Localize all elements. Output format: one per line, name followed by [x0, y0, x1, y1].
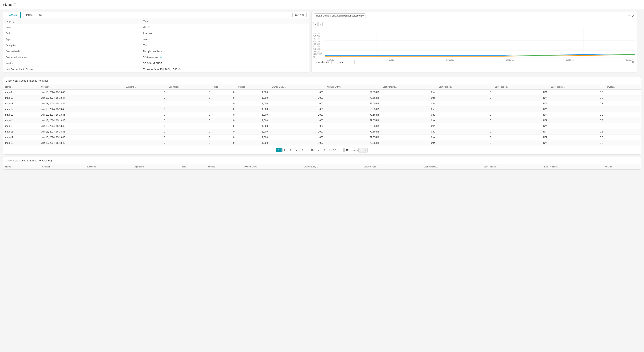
- table-cell: 0: [167, 123, 212, 129]
- zoom-in-button[interactable]: +: [313, 22, 318, 26]
- table-cell: map-14: [3, 118, 39, 123]
- column-header[interactable]: Owned Entry...: [325, 84, 381, 89]
- table-cell: 1,000: [236, 89, 270, 95]
- expand-chart-button[interactable]: ⤢: [632, 14, 634, 18]
- column-header[interactable]: Last Persiste...: [422, 164, 482, 169]
- table-cell: 0 B: [549, 135, 605, 140]
- maps-stats-title: Client Near Cache Statistics (for Maps): [3, 77, 641, 84]
- table-cell: 1,000: [270, 129, 325, 135]
- y-label: 8.38 GB: [312, 33, 322, 35]
- table-cell: N/A: [493, 106, 549, 112]
- table-cell: map-18: [3, 140, 39, 146]
- y-axis-labels: 8.38 GB7.45 GB6.52 GB5.59 GB4.66 GB3.73 …: [312, 33, 322, 58]
- table-cell: N/A: [493, 140, 549, 146]
- chart-svg: [325, 27, 635, 58]
- x-label: 15:13:16: [506, 59, 514, 61]
- tab-os[interactable]: OS: [36, 12, 46, 18]
- chart-dropdown[interactable]: Heap Memory Utilization (Manual Selectio…: [314, 13, 366, 18]
- column-header[interactable]: Name ↕: [3, 84, 39, 89]
- y-label: 1.86 GB: [312, 51, 322, 53]
- column-header[interactable]: Expirations: [132, 164, 180, 169]
- go-button[interactable]: Go: [344, 148, 351, 152]
- eye-icon[interactable]: 👁: [160, 56, 162, 59]
- add-chart-button[interactable]: +: [628, 14, 630, 18]
- table-cell: map-15: [3, 123, 39, 129]
- table-cell: 0: [212, 112, 236, 118]
- table-cell: 0: [167, 95, 212, 101]
- column-header[interactable]: Last Persiste...: [493, 84, 549, 89]
- table-cell: 0 B: [549, 140, 605, 146]
- page-button[interactable]: 2: [282, 148, 288, 152]
- table-cell: 0: [212, 135, 236, 140]
- page-button[interactable]: 4: [294, 148, 300, 152]
- column-header[interactable]: Last Persiste...: [362, 164, 422, 169]
- main-content: General Runtime OS COPY ⧉ Property Value…: [0, 9, 644, 75]
- page-title: clientB: [3, 3, 12, 6]
- column-header[interactable]: Last Persiste...: [482, 164, 542, 169]
- table-cell: [605, 95, 641, 101]
- column-header[interactable]: Name ↕: [3, 164, 40, 169]
- column-header[interactable]: Evictions ↕: [124, 84, 167, 89]
- copy-button[interactable]: COPY ⧉: [292, 13, 307, 17]
- table-row: map-17Jun 13, 2024, 15:13:450001,0001,00…: [3, 135, 641, 140]
- chart-panel: Heap Memory Utilization (Manual Selectio…: [312, 12, 637, 72]
- column-header[interactable]: Last Persiste...: [437, 84, 493, 89]
- column-header[interactable]: Creation ↑: [39, 84, 124, 89]
- tabs-row: General Runtime OS COPY ⧉: [3, 12, 309, 18]
- column-header[interactable]: Evictions ↕: [85, 164, 132, 169]
- last-page-button[interactable]: 10: [309, 148, 316, 152]
- go-page-input[interactable]: [336, 148, 344, 152]
- page-button[interactable]: 3: [288, 148, 294, 152]
- copy-icon[interactable]: 📋: [14, 3, 17, 6]
- column-header[interactable]: Misses: [206, 164, 242, 169]
- table-cell: 0: [124, 123, 167, 129]
- table-cell: 1,000: [236, 101, 270, 106]
- table-cell: N/A: [493, 118, 549, 123]
- next-page-button[interactable]: ›: [316, 148, 321, 152]
- table-cell: 0ms: [381, 89, 437, 95]
- tab-runtime[interactable]: Runtime: [20, 12, 36, 18]
- property-value: clientB: [141, 24, 309, 30]
- column-header[interactable]: Invalida: [605, 84, 641, 89]
- column-header[interactable]: Last Persiste...: [549, 84, 605, 89]
- table-cell: 0: [167, 140, 212, 146]
- property-label: Routing Mode: [3, 48, 141, 54]
- tab-general[interactable]: General: [6, 12, 20, 18]
- table-cell: Jun 13, 2024, 15:13:45: [39, 123, 124, 129]
- column-header[interactable]: Expirations: [167, 84, 212, 89]
- column-header[interactable]: Invalida: [602, 164, 641, 169]
- column-header[interactable]: Hits: [180, 164, 206, 169]
- table-cell: 79.55 kB: [325, 140, 381, 146]
- x-axis-labels: 15:10:1615:11:1615:12:1615:13:1615:14:16…: [325, 59, 635, 61]
- column-header[interactable]: Owned Entry...: [242, 164, 302, 169]
- column-header[interactable]: Owned Entry...: [302, 164, 362, 169]
- table-cell: map-10: [3, 95, 39, 101]
- table-cell: N/A: [493, 89, 549, 95]
- column-header[interactable]: Last Persiste...: [381, 84, 437, 89]
- column-header[interactable]: Misses: [236, 84, 270, 89]
- property-label: Enterprise: [3, 42, 141, 48]
- rows-select[interactable]: 102050: [358, 148, 368, 152]
- table-cell: [605, 89, 641, 95]
- column-header[interactable]: Owned Entry...: [270, 84, 325, 89]
- x-label: 15:11:16: [386, 59, 394, 61]
- property-value: Thursday, June 13th 2024, 15:13:43: [141, 66, 309, 72]
- zoom-out-button[interactable]: −: [318, 22, 322, 26]
- table-cell: 1,000: [236, 135, 270, 140]
- column-header[interactable]: Creation ↕: [40, 164, 85, 169]
- page-button[interactable]: 5: [300, 148, 306, 152]
- sort-icon: ↕: [11, 166, 13, 168]
- table-cell: 1,000: [236, 123, 270, 129]
- sort-icon: ↑: [50, 86, 51, 88]
- table-cell: 0: [167, 101, 212, 106]
- page-button[interactable]: 1: [276, 148, 282, 152]
- column-header[interactable]: Hits: [212, 84, 236, 89]
- sort-icon: ↕: [96, 166, 98, 168]
- table-cell: 0 B: [549, 118, 605, 123]
- table-cell: 0ms: [381, 135, 437, 140]
- table-cell: 0: [124, 106, 167, 112]
- table-cell: 0ms: [381, 118, 437, 123]
- column-header[interactable]: Last Persiste...: [542, 164, 602, 169]
- table-cell: 0: [167, 106, 212, 112]
- table-cell: [605, 123, 641, 129]
